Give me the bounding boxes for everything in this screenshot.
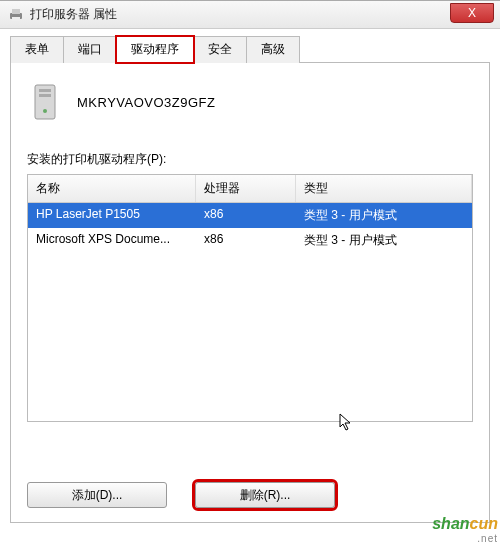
server-name: MKRYVAOVO3Z9GFZ xyxy=(77,95,216,110)
column-type[interactable]: 类型 xyxy=(296,175,472,202)
svg-rect-4 xyxy=(39,89,51,92)
tab-advanced[interactable]: 高级 xyxy=(246,36,300,63)
svg-point-6 xyxy=(43,109,47,113)
list-row[interactable]: Microsoft XPS Docume... x86 类型 3 - 用户模式 xyxy=(28,228,472,253)
list-header: 名称 处理器 类型 xyxy=(28,175,472,203)
titlebar: 打印服务器 属性 X xyxy=(0,1,500,29)
tab-forms[interactable]: 表单 xyxy=(10,36,64,63)
button-row: 添加(D)... 删除(R)... xyxy=(27,482,473,508)
drivers-list[interactable]: 名称 处理器 类型 HP LaserJet P1505 x86 类型 3 - 用… xyxy=(27,174,473,422)
server-row: MKRYVAOVO3Z9GFZ xyxy=(27,81,473,123)
close-icon: X xyxy=(468,6,476,20)
tab-ports[interactable]: 端口 xyxy=(63,36,117,63)
tab-security[interactable]: 安全 xyxy=(193,36,247,63)
list-row[interactable]: HP LaserJet P1505 x86 类型 3 - 用户模式 xyxy=(28,203,472,228)
drivers-panel: MKRYVAOVO3Z9GFZ 安装的打印机驱动程序(P): 名称 处理器 类型… xyxy=(10,63,490,523)
server-icon xyxy=(27,81,63,123)
svg-rect-5 xyxy=(39,94,51,97)
svg-rect-1 xyxy=(12,9,20,14)
tab-drivers[interactable]: 驱动程序 xyxy=(116,36,194,63)
cell-processor: x86 xyxy=(196,203,296,228)
close-button[interactable]: X xyxy=(450,3,494,23)
svg-rect-2 xyxy=(12,17,20,21)
tab-strip: 表单 端口 驱动程序 安全 高级 xyxy=(10,35,490,63)
cell-name: HP LaserJet P1505 xyxy=(28,203,196,228)
window-title: 打印服务器 属性 xyxy=(30,6,117,23)
cell-type: 类型 3 - 用户模式 xyxy=(296,203,472,228)
printer-icon xyxy=(8,7,24,23)
content-area: 表单 端口 驱动程序 安全 高级 MKRYVAOVO3Z9GFZ 安装的打印机驱… xyxy=(0,29,500,533)
cell-name: Microsoft XPS Docume... xyxy=(28,228,196,253)
cell-type: 类型 3 - 用户模式 xyxy=(296,228,472,253)
cell-processor: x86 xyxy=(196,228,296,253)
add-button[interactable]: 添加(D)... xyxy=(27,482,167,508)
column-name[interactable]: 名称 xyxy=(28,175,196,202)
column-processor[interactable]: 处理器 xyxy=(196,175,296,202)
remove-button[interactable]: 删除(R)... xyxy=(195,482,335,508)
drivers-list-label: 安装的打印机驱动程序(P): xyxy=(27,151,473,168)
properties-window: 打印服务器 属性 X 表单 端口 驱动程序 安全 高级 MKRYVAOVO3Z9… xyxy=(0,0,500,546)
